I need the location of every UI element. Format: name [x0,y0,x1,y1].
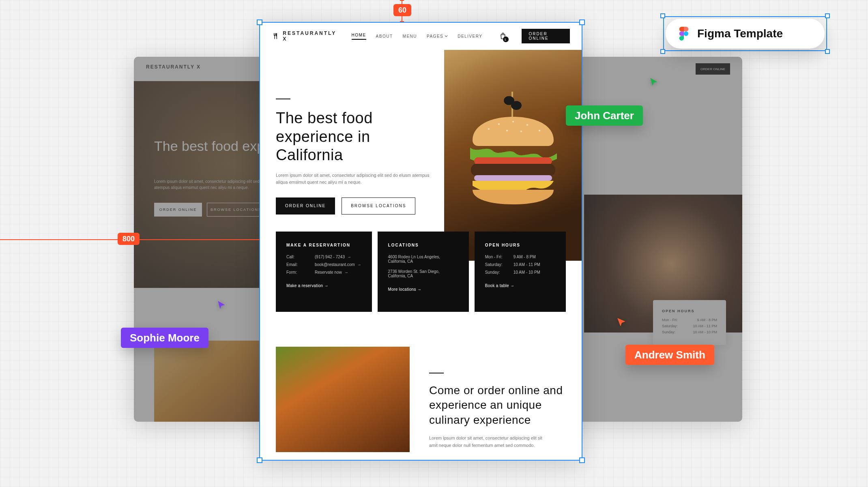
card-title: OPEN HOURS [485,243,555,247]
hero-image [444,50,582,261]
food-image-wings [276,347,410,452]
info-cards-row: MAKE A RESERVARTION Call: (917) 942 - 72… [276,232,566,312]
svg-rect-11 [471,164,555,176]
nav-menu[interactable]: MENU [403,34,417,39]
browse-locations-button[interactable]: BROWSE LOCATIONS [207,203,265,217]
measurement-label-left: 800 [118,233,140,245]
measurement-label-top: 60 [393,4,411,16]
svg-rect-12 [474,175,552,181]
artboard-center-selected[interactable]: RESTAURANTLY X HOME ABOUT MENU PAGES DEL… [260,22,582,460]
reservation-card: MAKE A RESERVARTION Call: (917) 942 - 72… [276,232,372,312]
figma-template-badge[interactable]: Figma Template [666,19,825,49]
order-online-button[interactable]: ORDER ONLINE [696,63,730,75]
resize-handle[interactable] [660,49,665,54]
locations-card: LOCATIONS 4600 Rodeo Ln Los Angeles, Cal… [378,232,469,312]
svg-point-8 [506,130,508,131]
cursor-andrew [617,317,627,329]
brand-logo: RESTAURANTLY X [146,64,201,70]
hero-section: The best food experience in California L… [260,50,582,261]
cursor-sophie [217,300,227,312]
nav-links: HOME ABOUT MENU PAGES DELIVERY 1 ORDER O… [352,29,570,43]
nav-delivery[interactable]: DELIVERY [458,34,482,39]
svg-point-9 [520,131,522,132]
cursor-label-john: John Carter [566,105,643,126]
chevron-down-icon [445,34,448,38]
card-link[interactable]: Make a reservation → [286,283,361,288]
figma-logo-icon [677,27,691,41]
top-nav: RESTAURANTLY X HOME ABOUT MENU PAGES DEL… [260,22,582,50]
open-hours-card: OPEN HOURS Mon - Fri:9 AM - 8 PM Saturda… [475,232,566,312]
nav-pages[interactable]: PAGES [427,34,448,39]
svg-point-7 [539,130,540,131]
svg-point-3 [488,128,490,130]
svg-point-2 [511,101,522,110]
burger-illustration [460,88,566,210]
hero-subtext: Lorem ipsum dolor sit amet, consectetur … [276,172,430,186]
svg-point-5 [512,121,514,122]
card-title: OPEN HOURS [662,309,717,313]
svg-point-6 [526,124,528,126]
cart-badge: 1 [503,36,509,42]
card-link[interactable]: Book a table → [485,283,555,288]
lower-section: Come or order online and experience an u… [276,347,566,452]
cursor-label-sophie: Sophie Moore [121,328,208,348]
resize-handle[interactable] [825,13,830,18]
resize-handle[interactable] [660,13,665,18]
browse-locations-button[interactable]: BROWSE LOCATIONS [342,197,415,215]
open-hours-card: OPEN HOURS Mon - Fri:9 AM - 8 PM Saturda… [653,300,726,345]
order-online-button[interactable]: ORDER ONLINE [522,29,570,43]
figma-template-label: Figma Template [697,27,783,40]
lower-headline: Come or order online and experience an u… [429,383,566,427]
nav-about[interactable]: ABOUT [376,34,393,39]
brand-logo[interactable]: RESTAURANTLY X [272,30,341,42]
hero-headline: The best food experience in California [276,109,430,165]
card-title: MAKE A RESERVARTION [286,243,361,247]
svg-point-13 [684,31,688,36]
cursor-john [649,77,660,89]
food-image-steak [584,195,742,333]
utensils-icon [272,32,279,40]
order-online-button[interactable]: ORDER ONLINE [276,197,335,215]
figma-template-badge-selection: Figma Template [663,16,827,51]
divider [276,99,290,99]
cursor-label-andrew: Andrew Smith [625,345,714,365]
resize-handle[interactable] [825,49,830,54]
nav-home[interactable]: HOME [352,33,366,40]
card-link[interactable]: More locations → [388,287,458,292]
svg-rect-10 [474,157,552,165]
cart-icon[interactable]: 1 [499,31,507,41]
svg-point-4 [498,123,500,125]
order-online-button[interactable]: ORDER ONLINE [154,203,202,217]
lower-subtext: Lorem ipsum dolor sit amet, consectetur … [429,435,551,449]
divider [429,373,444,373]
card-title: LOCATIONS [388,243,458,247]
brand-name: RESTAURANTLY X [283,30,341,42]
